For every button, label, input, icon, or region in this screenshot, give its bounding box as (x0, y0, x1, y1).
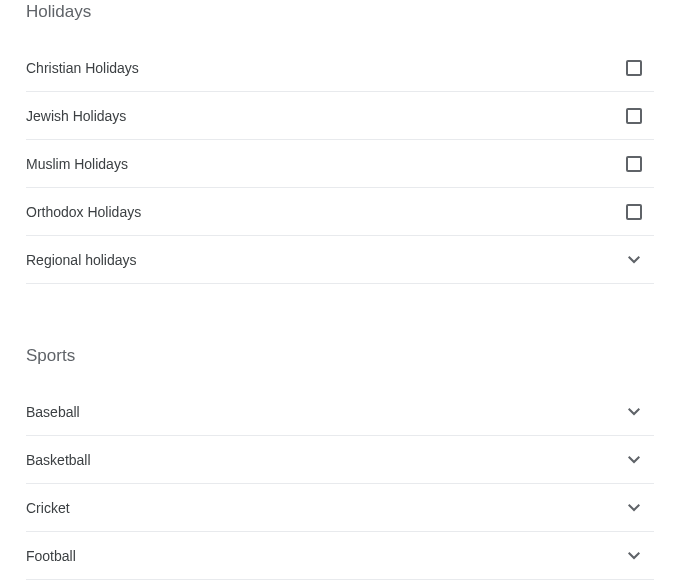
item-label: Jewish Holidays (26, 108, 126, 124)
item-label: Basketball (26, 452, 91, 468)
item-label: Football (26, 548, 76, 564)
item-cricket[interactable]: Cricket (26, 484, 654, 532)
checkbox-icon[interactable] (626, 204, 642, 220)
section-title-holidays: Holidays (26, 0, 654, 22)
item-label: Regional holidays (26, 252, 137, 268)
item-christian-holidays[interactable]: Christian Holidays (26, 44, 654, 92)
checkbox-icon[interactable] (626, 108, 642, 124)
section-sports: Sports Baseball Basketball Cricket Footb… (26, 344, 654, 580)
item-basketball[interactable]: Basketball (26, 436, 654, 484)
item-orthodox-holidays[interactable]: Orthodox Holidays (26, 188, 654, 236)
item-label: Cricket (26, 500, 70, 516)
item-regional-holidays[interactable]: Regional holidays (26, 236, 654, 284)
chevron-down-icon (624, 450, 644, 470)
section-holidays: Holidays Christian Holidays Jewish Holid… (26, 0, 654, 284)
item-football[interactable]: Football (26, 532, 654, 580)
chevron-down-icon (624, 250, 644, 270)
chevron-down-icon (624, 402, 644, 422)
item-muslim-holidays[interactable]: Muslim Holidays (26, 140, 654, 188)
section-title-sports: Sports (26, 344, 654, 366)
item-jewish-holidays[interactable]: Jewish Holidays (26, 92, 654, 140)
item-baseball[interactable]: Baseball (26, 388, 654, 436)
item-label: Christian Holidays (26, 60, 139, 76)
checkbox-icon[interactable] (626, 60, 642, 76)
item-label: Baseball (26, 404, 80, 420)
chevron-down-icon (624, 546, 644, 566)
checkbox-icon[interactable] (626, 156, 642, 172)
item-label: Muslim Holidays (26, 156, 128, 172)
item-label: Orthodox Holidays (26, 204, 141, 220)
chevron-down-icon (624, 498, 644, 518)
